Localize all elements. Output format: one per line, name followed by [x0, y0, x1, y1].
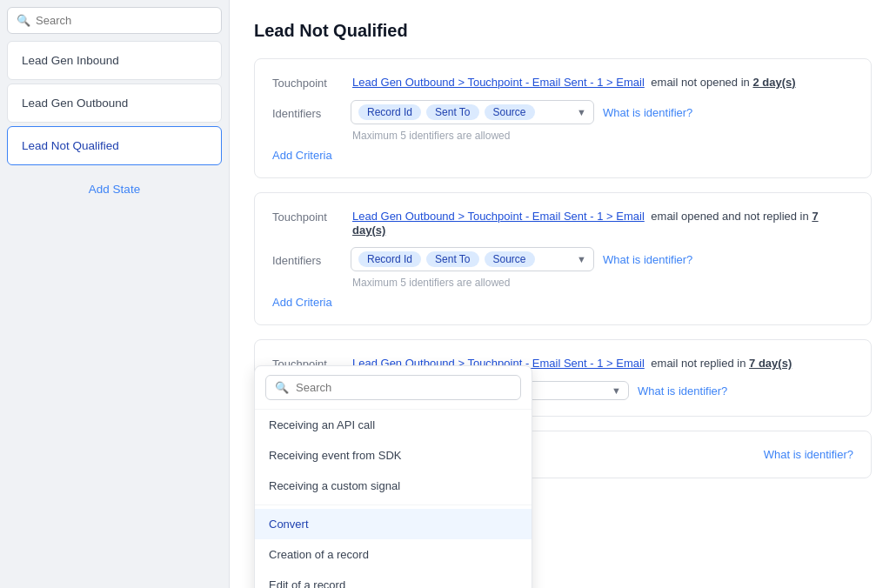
what-is-identifier-link-1[interactable]: What is identifier?	[603, 106, 692, 119]
sidebar-item-lead-not-qualified[interactable]: Lead Not Qualified	[7, 126, 222, 165]
what-is-identifier-link-2[interactable]: What is identifier?	[603, 253, 692, 266]
add-state-button[interactable]: Add State	[7, 172, 222, 206]
dropdown-divider	[255, 504, 532, 505]
add-criteria-button-1[interactable]: Add Criteria	[272, 149, 853, 162]
add-criteria-button-2[interactable]: Add Criteria	[272, 296, 853, 309]
what-is-identifier-link-4[interactable]: What is identifier?	[764, 448, 853, 461]
dropdown-item-edit-record[interactable]: Edit of a record	[255, 570, 532, 588]
tag-sent-to-1: Sent To	[426, 104, 478, 120]
touchpoint-card-2: Touchpoint Lead Gen Outbound > Touchpoin…	[254, 192, 872, 325]
touchpoint-content-1: Lead Gen Outbound > Touchpoint - Email S…	[352, 75, 796, 89]
touchpoint-label-2: Touchpoint	[272, 209, 342, 224]
touchpoint-card-1: Touchpoint Lead Gen Outbound > Touchpoin…	[254, 58, 872, 178]
touchpoint-row-2: Touchpoint Lead Gen Outbound > Touchpoin…	[272, 209, 853, 237]
sidebar-item-label: Lead Gen Outbound	[22, 97, 128, 110]
tag-record-id-1: Record Id	[358, 104, 421, 120]
page-title: Lead Not Qualified	[254, 21, 872, 41]
dropdown-arrow-1[interactable]: ▼	[577, 107, 586, 117]
dropdown-arrow-3[interactable]: ▼	[612, 385, 621, 396]
touchpoint-desc-1: email not opened in 2 day(s)	[648, 76, 796, 89]
touchpoint-link-1[interactable]: Lead Gen Outbound > Touchpoint - Email S…	[352, 76, 645, 89]
search-input[interactable]	[36, 14, 212, 27]
identifiers-label-1: Identifiers	[272, 105, 342, 120]
dropdown-search-input[interactable]	[296, 381, 512, 394]
tag-source-1: Source	[485, 104, 535, 120]
touchpoint-row-1: Touchpoint Lead Gen Outbound > Touchpoin…	[272, 75, 853, 90]
identifiers-row-1: Identifiers Record Id Sent To Source ▼ W…	[272, 100, 853, 124]
dropdown-item-api-call[interactable]: Receiving an API call	[255, 410, 532, 440]
search-icon: 🔍	[17, 14, 30, 27]
dropdown-item-convert[interactable]: Convert	[255, 509, 532, 539]
sidebar: 🔍 Lead Gen Inbound Lead Gen Outbound Lea…	[0, 0, 230, 588]
dropdown-search-area: 🔍	[255, 366, 532, 410]
max-identifiers-text-2: Maximum 5 identifiers are allowed	[352, 277, 853, 289]
touchpoint-desc-3: email not replied in 7 day(s)	[648, 357, 792, 370]
identifiers-container-2[interactable]: Record Id Sent To Source ▼	[351, 247, 594, 271]
touchpoint-content-2: Lead Gen Outbound > Touchpoint - Email S…	[352, 209, 853, 237]
identifiers-container-1[interactable]: Record Id Sent To Source ▼	[351, 100, 594, 124]
sidebar-item-lead-gen-inbound[interactable]: Lead Gen Inbound	[7, 41, 222, 80]
dropdown-arrow-2[interactable]: ▼	[577, 254, 586, 264]
what-is-identifier-link-3[interactable]: What is identifier?	[638, 384, 727, 398]
tag-source-2: Source	[485, 251, 535, 267]
sidebar-item-label: Lead Not Qualified	[22, 139, 119, 152]
sidebar-item-label: Lead Gen Inbound	[22, 54, 119, 67]
tag-sent-to-2: Sent To	[426, 251, 478, 267]
criteria-dropdown: 🔍 Receiving an API call Receiving event …	[254, 365, 532, 588]
sidebar-item-lead-gen-outbound[interactable]: Lead Gen Outbound	[7, 84, 222, 123]
tag-record-id-2: Record Id	[358, 251, 421, 267]
dropdown-item-create-record[interactable]: Creation of a record	[255, 539, 532, 570]
dropdown-item-event-sdk[interactable]: Receiving event from SDK	[255, 440, 532, 471]
max-identifiers-text-1: Maximum 5 identifiers are allowed	[352, 130, 853, 142]
search-box[interactable]: 🔍	[7, 7, 222, 34]
dropdown-search-icon: 🔍	[275, 381, 289, 394]
main-content: Lead Not Qualified Touchpoint Lead Gen O…	[230, 0, 896, 588]
touchpoint-link-2[interactable]: Lead Gen Outbound > Touchpoint - Email S…	[352, 210, 645, 223]
dropdown-item-custom-signal[interactable]: Receiving a custom signal	[255, 471, 532, 501]
touchpoint-label-1: Touchpoint	[272, 75, 342, 90]
identifiers-row-2: Identifiers Record Id Sent To Source ▼ W…	[272, 247, 853, 271]
identifiers-label-2: Identifiers	[272, 252, 342, 267]
dropdown-search-inner[interactable]: 🔍	[265, 375, 521, 400]
